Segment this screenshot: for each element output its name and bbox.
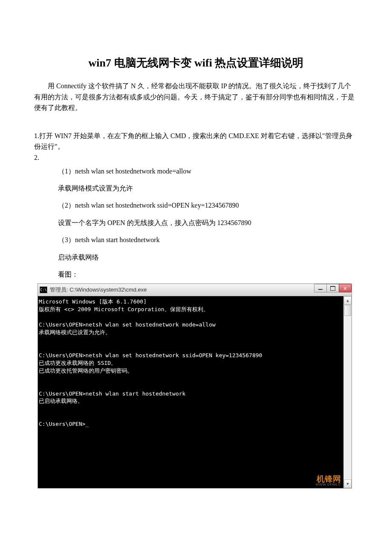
scroll-down-icon[interactable]: ▼ [344, 480, 352, 488]
step-1: 1.打开 WIN7 开始菜单，在左下角的框上输入 CMD，搜索出来的 CMD.E… [34, 130, 358, 152]
cmd-2-desc: 设置一个名字为 OPEN 的无线接入点，接入点密码为 1234567890 [58, 215, 358, 231]
see-pic: 看图： [58, 266, 358, 283]
minimize-icon [318, 289, 323, 290]
cmd-3-desc: 启动承载网络 [58, 249, 358, 266]
close-button[interactable]: ✕ [339, 284, 352, 292]
cmd-output[interactable]: Microsoft Windows [版本 6.1.7600] 版权所有 <c>… [38, 296, 343, 488]
step-2: 2. [34, 152, 358, 163]
scroll-track[interactable] [344, 305, 352, 480]
article-intro: 用 Connectify 这个软件搞了 N 久，经常都会出现不能获取 IP 的情… [34, 81, 358, 113]
cmd-line: 承载网络模式已设置为允许。 [39, 329, 111, 335]
cmd-1: （1）netsh wlan set hostednetwork mode=all… [58, 163, 358, 179]
article-title: win7 电脑无线网卡变 wifi 热点设置详细说明 [34, 55, 358, 70]
cmd-3: （3）netsh wlan start hostednetwork [58, 232, 358, 248]
maximize-button[interactable] [326, 284, 339, 292]
cmd-title-text: 管理员: C:\Windows\system32\cmd.exe [50, 286, 147, 294]
maximize-icon [330, 286, 335, 291]
cmd-line: 已成功更改托管网络的用户密钥密码。 [39, 367, 133, 374]
cmd-icon: C:\ [40, 286, 47, 293]
cmd-window: C:\ 管理员: C:\Windows\system32\cmd.exe ✕ M… [37, 283, 352, 489]
close-icon: ✕ [343, 285, 347, 292]
scroll-up-icon[interactable]: ▲ [344, 296, 352, 305]
minimize-button[interactable] [314, 284, 327, 292]
vertical-scrollbar[interactable]: ▲ ▼ [343, 296, 352, 488]
cmd-line: Microsoft Windows [版本 6.1.7600] [39, 298, 147, 305]
scroll-thumb[interactable] [344, 305, 351, 316]
cmd-line: C:\Users\OPEN>netsh wlan start hostednet… [39, 390, 185, 397]
cmd-watermark: 机锋网WWW.GFAN.C [316, 475, 341, 486]
cmd-titlebar[interactable]: C:\ 管理员: C:\Windows\system32\cmd.exe ✕ [38, 284, 352, 296]
cmd-line: C:\Users\OPEN>_ [39, 421, 89, 427]
cmd-1-desc: 承载网络模式设置为允许 [58, 180, 358, 197]
cmd-line: C:\Users\OPEN>netsh wlan set hostednetwo… [39, 352, 262, 358]
cmd-2: （2）netsh wlan set hostednetwork ssid=OPE… [58, 197, 358, 214]
cmd-line: 版权所有 <c> 2009 Microsoft Corporation。保留所有… [39, 306, 209, 312]
cmd-line: C:\Users\OPEN>netsh wlan set hostednetwo… [39, 321, 216, 328]
cmd-line: 已启动承载网络。 [39, 398, 83, 404]
cmd-line: 已成功更改承载网络的 SSID。 [39, 360, 116, 366]
